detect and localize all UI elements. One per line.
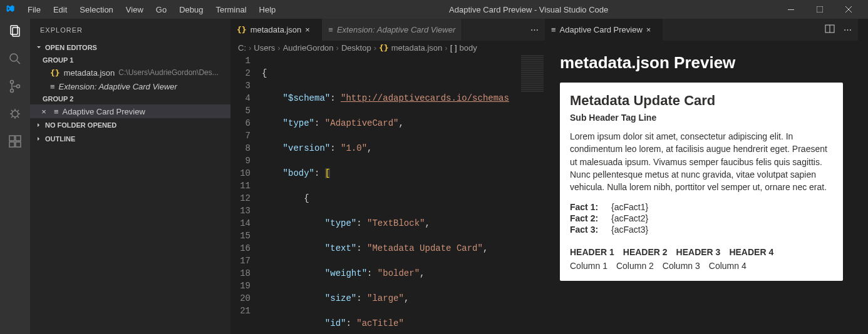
svg-point-6 — [11, 89, 14, 93]
menu-selection[interactable]: Selection — [75, 3, 118, 17]
svg-rect-9 — [9, 136, 14, 141]
minimap[interactable] — [520, 54, 545, 334]
adaptive-card: Metadata Update Card Sub Header Tag Line… — [560, 83, 843, 281]
editor-tabs: {} metadata.json × ≡ Extension: Adaptive… — [230, 19, 545, 41]
card-title: Metadata Update Card — [570, 93, 833, 109]
card-body-text: Lorem ipsum dolor sit amet, consectetur … — [570, 130, 833, 193]
breadcrumb[interactable]: C:› Users› AudrieGordon› Desktop› {} met… — [230, 41, 545, 54]
breadcrumb-item[interactable]: Users — [254, 43, 275, 53]
column-row: Column 1Column 2Column 3Column 4 — [570, 261, 833, 271]
close-icon[interactable]: × — [305, 25, 315, 34]
editor-group-2: ≡ Adaptive Card Preview × ⋯ metadata.jso… — [545, 19, 858, 334]
no-folder-section[interactable]: NO FOLDER OPENED — [30, 118, 230, 132]
fact-row: Fact 1:{acFact1} — [570, 202, 833, 212]
svg-point-4 — [10, 54, 18, 61]
extensions-icon[interactable] — [8, 134, 23, 149]
json-icon: {} — [379, 43, 389, 53]
close-icon[interactable]: × — [646, 25, 656, 34]
tab-label: metadata.json — [251, 25, 302, 34]
titlebar: File Edit Selection View Go Debug Termin… — [0, 0, 868, 19]
search-icon[interactable] — [8, 51, 23, 66]
svg-point-7 — [17, 85, 20, 88]
menu-bar: File Edit Selection View Go Debug Termin… — [23, 3, 281, 17]
breadcrumb-item[interactable]: AudrieGordon — [283, 43, 334, 53]
tab-adaptive-card-preview[interactable]: ≡ Adaptive Card Preview × — [545, 19, 663, 41]
sidebar-title: EXPLORER — [30, 19, 230, 41]
code-editor[interactable]: 123456789101112131415161718192021 { "$sc… — [230, 54, 545, 334]
file-name: Extension: Adaptive Card Viewer — [59, 82, 177, 91]
svg-rect-3 — [13, 28, 19, 36]
json-icon: {} — [50, 68, 60, 78]
svg-rect-11 — [16, 142, 21, 147]
file-path: C:\Users\AudrieGordon\Des... — [118, 68, 218, 77]
svg-rect-0 — [788, 9, 794, 10]
preview-icon: ≡ — [551, 25, 556, 34]
breadcrumb-item[interactable]: {} metadata.json — [379, 43, 442, 53]
breadcrumb-item[interactable]: [ ] body — [450, 43, 477, 53]
outline-section[interactable]: OUTLINE — [30, 132, 230, 146]
svg-rect-1 — [817, 6, 823, 13]
close-button[interactable] — [834, 0, 863, 19]
activity-bar — [0, 19, 30, 334]
close-icon[interactable]: × — [39, 107, 49, 116]
preview-tabs: ≡ Adaptive Card Preview × ⋯ — [545, 19, 858, 41]
minimize-button[interactable] — [777, 0, 805, 19]
sidebar: EXPLORER OPEN EDITORS GROUP 1 {} metadat… — [30, 19, 230, 334]
menu-edit[interactable]: Edit — [48, 3, 72, 17]
preview-title: metadata.json Preview — [560, 53, 843, 73]
breadcrumb-item[interactable]: C: — [238, 43, 246, 53]
preview-icon: ≡ — [328, 25, 333, 34]
menu-help[interactable]: Help — [254, 3, 281, 17]
menu-terminal[interactable]: Terminal — [210, 3, 251, 17]
menu-debug[interactable]: Debug — [174, 3, 208, 17]
menu-file[interactable]: File — [23, 3, 46, 17]
menu-view[interactable]: View — [121, 3, 148, 17]
preview-icon: ≡ — [50, 82, 55, 91]
svg-point-5 — [11, 81, 14, 84]
breadcrumb-item[interactable]: Desktop — [341, 43, 371, 53]
open-editors-section[interactable]: OPEN EDITORS — [30, 41, 230, 54]
tab-label: Adaptive Card Preview — [560, 25, 643, 34]
open-editor-preview[interactable]: × ≡ Adaptive Card Preview — [30, 104, 230, 118]
source-control-icon[interactable] — [8, 79, 23, 94]
debug-icon[interactable] — [8, 106, 23, 121]
window-title: Adaptive Card Preview - Visual Studio Co… — [281, 5, 777, 14]
split-editor-icon[interactable] — [825, 24, 835, 36]
fact-row: Fact 2:{acFact2} — [570, 213, 833, 223]
no-folder-label: NO FOLDER OPENED — [45, 121, 116, 129]
maximize-button[interactable] — [805, 0, 834, 19]
tab-extension-viewer[interactable]: ≡ Extension: Adaptive Card Viewer — [322, 19, 462, 41]
file-name: metadata.json — [64, 68, 115, 78]
column-headers: HEADER 1HEADER 2HEADER 3HEADER 4 — [570, 247, 833, 257]
svg-rect-12 — [16, 136, 21, 141]
svg-rect-2 — [11, 26, 18, 34]
preview-body: metadata.json Preview Metadata Update Ca… — [545, 41, 858, 334]
svg-rect-10 — [9, 142, 14, 147]
tab-metadata[interactable]: {} metadata.json × — [230, 19, 322, 41]
menu-go[interactable]: Go — [151, 3, 172, 17]
open-editors-label: OPEN EDITORS — [45, 44, 97, 51]
code-content[interactable]: { "$schema": "http://adaptivecards.io/sc… — [262, 54, 520, 334]
editor-group-1: {} metadata.json × ≡ Extension: Adaptive… — [230, 19, 545, 334]
fact-row: Fact 3:{acFact3} — [570, 225, 833, 235]
open-editor-extension[interactable]: ≡ Extension: Adaptive Card Viewer — [30, 79, 230, 93]
svg-point-8 — [12, 111, 18, 117]
editor-actions-more[interactable]: ⋯ — [524, 19, 545, 41]
more-actions-icon[interactable]: ⋯ — [844, 25, 852, 34]
group-2-label: GROUP 2 — [30, 93, 230, 104]
vscode-icon — [5, 4, 15, 14]
card-subheader: Sub Header Tag Line — [570, 113, 833, 123]
file-name: Adaptive Card Preview — [63, 107, 145, 116]
preview-icon: ≡ — [54, 107, 59, 116]
open-editor-metadata[interactable]: {} metadata.json C:\Users\AudrieGordon\D… — [30, 66, 230, 79]
json-icon: {} — [237, 25, 247, 34]
explorer-icon[interactable] — [8, 24, 23, 39]
fact-set: Fact 1:{acFact1} Fact 2:{acFact2} Fact 3… — [570, 202, 833, 235]
line-numbers: 123456789101112131415161718192021 — [230, 54, 262, 334]
outline-label: OUTLINE — [45, 135, 75, 143]
group-1-label: GROUP 1 — [30, 54, 230, 66]
tab-label: Extension: Adaptive Card Viewer — [337, 25, 455, 34]
